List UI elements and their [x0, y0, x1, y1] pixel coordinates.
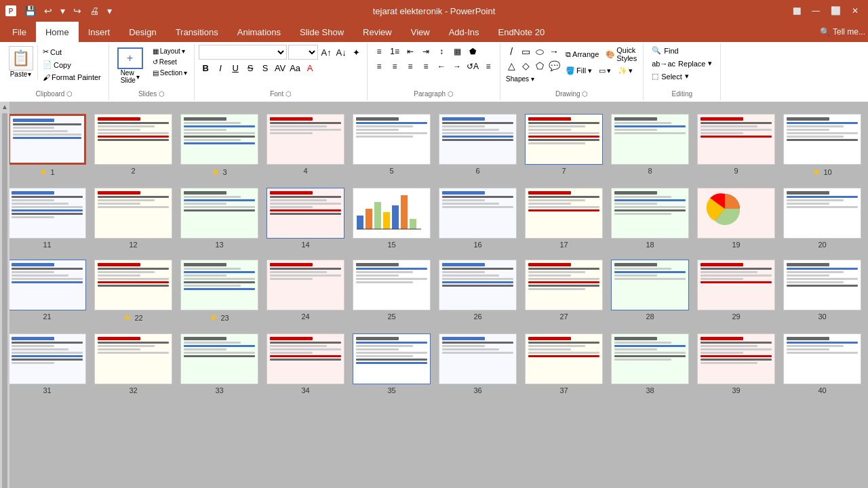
reset-button[interactable]: ↺ Reset — [150, 57, 190, 67]
slide-thumb-17[interactable] — [525, 188, 603, 239]
align-center-button[interactable]: ≡ — [387, 60, 402, 73]
slide-thumb-5[interactable] — [353, 114, 431, 165]
shape-triangle[interactable]: △ — [505, 59, 518, 73]
slide-thumb-26[interactable] — [439, 260, 517, 310]
slide-thumb-19[interactable] — [697, 188, 775, 239]
cut-button[interactable]: ✂ Cut — [41, 46, 103, 58]
tab-addins[interactable]: Add-Ins — [439, 22, 489, 42]
slide-thumb-9[interactable] — [697, 114, 775, 165]
slide-item[interactable]: 20 — [783, 188, 861, 249]
shape-rect[interactable]: ▭ — [519, 45, 532, 58]
smartart-button[interactable]: ⬟ — [465, 45, 480, 58]
decrease-font-size-button[interactable]: A↓ — [334, 45, 348, 59]
undo-button[interactable]: ↩ — [41, 4, 55, 18]
align-right-button[interactable]: ≡ — [403, 60, 418, 73]
save-button[interactable]: 💾 — [22, 4, 39, 18]
shapes-more-button[interactable]: Shapes ▾ — [505, 74, 536, 84]
columns-button[interactable]: ▦ — [450, 45, 465, 58]
slide-item[interactable]: 34 — [267, 333, 344, 394]
drawing-expand[interactable]: ⬡ — [582, 90, 588, 98]
shape-fill-button[interactable]: 🪣 Fill ▾ — [564, 65, 594, 77]
slide-thumb-8[interactable] — [611, 114, 689, 165]
line-spacing-button[interactable]: ↕ — [434, 45, 449, 58]
slide-thumb-14[interactable] — [267, 188, 344, 239]
slide-thumb-24[interactable] — [267, 260, 344, 310]
tab-endnote[interactable]: EndNote 20 — [488, 22, 554, 42]
tab-view[interactable]: View — [401, 22, 439, 42]
select-button[interactable]: ⬚ Select ▾ — [648, 70, 693, 82]
font-family-select[interactable] — [199, 45, 287, 60]
slide-thumb-13[interactable] — [180, 188, 258, 239]
slide-item[interactable]: 33 — [180, 333, 258, 394]
strikethrough-button[interactable]: S — [243, 61, 257, 75]
tab-insert[interactable]: Insert — [79, 22, 120, 42]
tab-animations[interactable]: Animations — [228, 22, 290, 42]
numbered-list-button[interactable]: 1≡ — [387, 45, 402, 58]
slide-item[interactable]: 16 — [439, 188, 517, 249]
align-left-button[interactable]: ≡ — [372, 60, 387, 73]
slide-item[interactable]: 12 — [94, 188, 172, 249]
maximize-button[interactable]: ⬜ — [827, 6, 845, 16]
bullet-list-button[interactable]: ≡ — [372, 45, 387, 58]
restore-button[interactable]: ⬜ — [789, 7, 805, 15]
close-button[interactable]: ✕ — [848, 6, 863, 16]
slide-item[interactable]: 29 — [697, 260, 775, 323]
slide-thumb-40[interactable] — [783, 333, 861, 384]
slide-item[interactable]: 19 — [697, 188, 775, 249]
slide-item[interactable]: 8 — [611, 114, 689, 177]
shape-arrow[interactable]: → — [547, 45, 561, 58]
slide-item[interactable]: 21 — [9, 260, 86, 323]
tab-review[interactable]: Review — [353, 22, 401, 42]
decrease-indent-button[interactable]: ⇤ — [403, 45, 418, 58]
slide-item[interactable]: 27 — [525, 260, 603, 323]
slide-thumb-15[interactable] — [353, 188, 431, 239]
slide-item[interactable]: 31 — [9, 333, 86, 394]
slide-item[interactable]: 39 — [697, 333, 775, 394]
shadow-button[interactable]: S — [258, 61, 272, 75]
tab-slideshow[interactable]: Slide Show — [290, 22, 353, 42]
char-spacing-button[interactable]: AV — [273, 61, 287, 75]
slide-item[interactable]: 6 — [439, 114, 517, 177]
slide-item[interactable]: 36 — [439, 333, 517, 394]
slide-thumb-18[interactable] — [611, 188, 689, 239]
undo-dropdown[interactable]: ▾ — [58, 4, 68, 18]
slide-item[interactable]: 35 — [353, 333, 431, 394]
tab-design[interactable]: Design — [119, 22, 165, 42]
slide-item[interactable]: 25 — [353, 260, 431, 323]
slide-item[interactable]: 15 — [353, 188, 431, 249]
font-color-button[interactable]: A — [303, 61, 317, 75]
slide-thumb-11[interactable] — [9, 188, 86, 239]
redo-button[interactable]: ↪ — [71, 4, 84, 18]
scroll-thumb[interactable] — [2, 113, 7, 488]
slide-item[interactable]: 37 — [525, 333, 603, 394]
slide-thumb-21[interactable] — [9, 260, 86, 310]
convert-button[interactable]: ≡ — [481, 60, 496, 73]
tab-home[interactable]: Home — [36, 22, 79, 42]
rtl-button[interactable]: ← — [434, 60, 449, 73]
slide-thumb-7[interactable] — [525, 114, 603, 165]
paste-button[interactable]: 📋 Paste ▾ — [4, 45, 38, 79]
slide-thumb-28[interactable] — [611, 260, 689, 310]
slide-thumb-38[interactable] — [611, 333, 689, 384]
slide-thumb-1[interactable] — [9, 114, 86, 165]
layout-button[interactable]: ▦ Layout ▾ — [150, 46, 190, 56]
paste-dropdown[interactable]: ▾ — [28, 70, 31, 78]
slide-item[interactable]: ★10 — [783, 114, 861, 177]
slide-item[interactable]: 40 — [783, 333, 861, 394]
font-size-select[interactable] — [288, 45, 318, 60]
slide-thumb-12[interactable] — [94, 188, 172, 239]
italic-button[interactable]: I — [214, 61, 227, 75]
text-direction-button[interactable]: ↺A — [465, 60, 480, 73]
slide-item[interactable]: 30 — [783, 260, 861, 323]
slide-thumb-33[interactable] — [180, 333, 258, 384]
shape-oval[interactable]: ⬭ — [533, 45, 547, 58]
slide-thumb-27[interactable] — [525, 260, 603, 310]
slide-thumb-6[interactable] — [439, 114, 517, 165]
copy-button[interactable]: 📄 Copy — [41, 59, 103, 70]
tell-me-input[interactable]: Tell me... — [833, 27, 865, 37]
slide-thumb-20[interactable] — [783, 188, 861, 239]
slide-thumb-25[interactable] — [353, 260, 431, 310]
paragraph-expand[interactable]: ⬡ — [448, 90, 454, 98]
slide-item[interactable]: 2 — [94, 114, 172, 177]
slide-item[interactable]: ★1 — [9, 114, 86, 177]
